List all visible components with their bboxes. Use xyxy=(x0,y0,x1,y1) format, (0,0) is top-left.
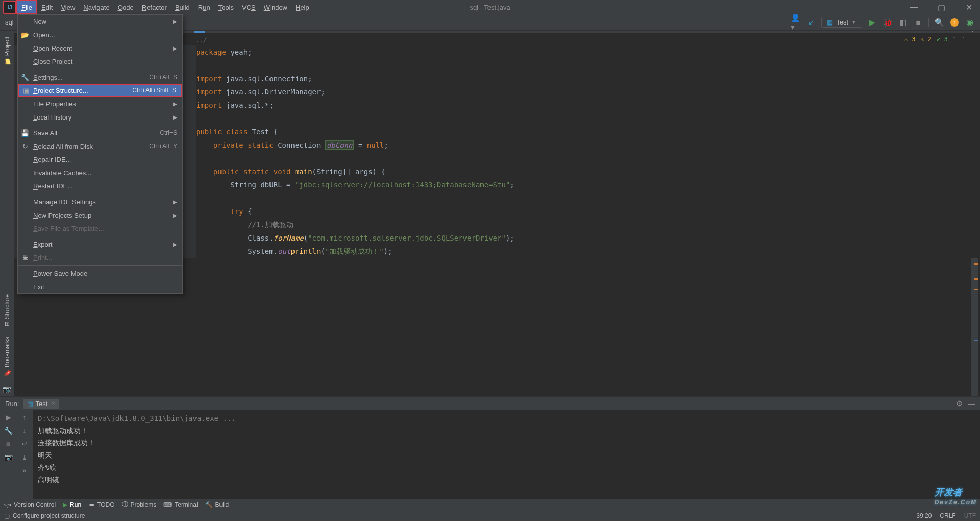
left-tool-stripe: 📁Project ⊞Structure 🔖Bookmarks 📷 xyxy=(0,31,14,396)
more-icon[interactable]: » xyxy=(22,466,27,475)
menu-code[interactable]: Code xyxy=(114,0,138,14)
menu-shortcut: Ctrl+S xyxy=(160,129,177,136)
menu-item-close-project[interactable]: Close Project xyxy=(18,55,182,68)
console-line: 高明镜 xyxy=(38,473,975,486)
menu-item-settings[interactable]: 🔧Settings...Ctrl+Alt+S xyxy=(18,70,182,84)
submenu-arrow-icon: ▶ xyxy=(173,101,177,107)
menu-item-invalidate-caches[interactable]: Invalidate Caches... xyxy=(18,166,182,179)
run-configuration-selector[interactable]: ▦ Test ▼ xyxy=(821,17,862,28)
menu-view[interactable]: View xyxy=(57,0,79,14)
ide-feature-icon[interactable]: ◉ xyxy=(965,17,975,28)
run-tab-button[interactable]: ▶Run xyxy=(63,501,81,508)
menu-item-new[interactable]: New▶ xyxy=(18,15,182,28)
close-button[interactable]: ✕ xyxy=(960,3,978,12)
line-separator[interactable]: CRLF xyxy=(940,512,955,519)
nav-up-icon[interactable]: ˆ xyxy=(953,36,957,43)
stop-icon[interactable]: ■ xyxy=(913,17,923,28)
soft-wrap-icon[interactable]: ↩ xyxy=(21,440,28,448)
debug-button-icon[interactable]: 🐞 xyxy=(883,17,893,28)
menu-label: Save All xyxy=(33,129,57,137)
breadcrumb-root[interactable]: sql xyxy=(5,18,14,26)
wrench-icon[interactable]: 🔧 xyxy=(4,427,13,435)
camera-run-icon[interactable]: 📷 xyxy=(4,453,13,461)
menu-help[interactable]: Help xyxy=(291,0,313,14)
coverage-icon[interactable]: ◧ xyxy=(898,17,908,28)
menu-label: Restart IDE... xyxy=(33,182,73,190)
console-line: 连接数据库成功！ xyxy=(38,437,975,449)
minimize-button[interactable]: — xyxy=(904,3,923,12)
rerun-icon[interactable]: ▶ xyxy=(6,413,11,421)
submenu-arrow-icon: ▶ xyxy=(173,45,177,51)
build-tab[interactable]: 🔨Build xyxy=(205,501,229,508)
menu-item-local-history[interactable]: Local History▶ xyxy=(18,110,182,124)
menu-icon: 📂 xyxy=(21,31,29,39)
bookmarks-tool-tab[interactable]: 🔖Bookmarks xyxy=(4,335,11,379)
nav-down-icon[interactable]: ˇ xyxy=(961,36,965,43)
menu-icon: ↻ xyxy=(21,143,29,150)
menu-refactor[interactable]: Refactor xyxy=(138,0,171,14)
menu-window[interactable]: Window xyxy=(260,0,291,14)
menu-item-repair-ide[interactable]: Repair IDE... xyxy=(18,153,182,166)
todo-tab[interactable]: ≔TODO xyxy=(88,501,114,508)
warnings-count[interactable]: ⚠ 3 xyxy=(904,36,916,43)
menu-build[interactable]: Build xyxy=(171,0,194,14)
menu-run[interactable]: Run xyxy=(194,0,214,14)
menu-label: Exit xyxy=(33,283,44,291)
upload-icon[interactable]: ↑ xyxy=(949,17,960,28)
menu-icon: 💾 xyxy=(21,129,29,137)
user-dropdown-icon[interactable]: 👤▾ xyxy=(791,17,801,28)
menu-tools[interactable]: Tools xyxy=(214,0,238,14)
menu-shortcut: Ctrl+Alt+Y xyxy=(149,143,177,150)
menu-shortcut: Ctrl+Alt+S xyxy=(149,74,177,81)
menu-file[interactable]: File xyxy=(16,0,37,14)
menu-navigate[interactable]: Navigate xyxy=(79,0,113,14)
menu-item-power-save-mode[interactable]: Power Save Mode xyxy=(18,267,182,280)
maximize-button[interactable]: ▢ xyxy=(932,3,950,12)
down-arrow-icon[interactable]: ↓ xyxy=(23,427,27,435)
scroll-end-icon[interactable]: ⤓ xyxy=(21,453,28,461)
problems-tab[interactable]: ⓘProblems xyxy=(122,500,157,509)
hide-icon[interactable]: — xyxy=(968,399,975,408)
checks-count[interactable]: ✔ 3 xyxy=(937,36,948,43)
stop-run-icon[interactable]: ■ xyxy=(6,440,10,448)
menu-item-open[interactable]: 📂Open... xyxy=(18,28,182,41)
menu-item-open-recent[interactable]: Open Recent▶ xyxy=(18,41,182,55)
menu-item-reload-all-from-disk[interactable]: ↻Reload All from DiskCtrl+Alt+Y xyxy=(18,139,182,153)
menu-item-exit[interactable]: Exit xyxy=(18,280,182,293)
search-icon[interactable]: 🔍 xyxy=(934,17,944,28)
menu-bar: File Edit View Navigate Code Refactor Bu… xyxy=(16,0,313,14)
menu-item-manage-ide-settings[interactable]: Manage IDE Settings▶ xyxy=(18,195,182,208)
tool-windows-icon[interactable]: ▢ xyxy=(4,512,10,519)
terminal-tab[interactable]: ⌨Terminal xyxy=(163,501,198,508)
submenu-arrow-icon: ▶ xyxy=(173,199,177,205)
status-bar: ▢ Configure project structure 39:20 CRLF… xyxy=(0,510,980,521)
menu-vcs[interactable]: VCS xyxy=(238,0,260,14)
menu-item-project-structure[interactable]: ▣Project Structure...Ctrl+Alt+Shift+S xyxy=(18,84,182,97)
file-menu-dropdown: New▶📂Open...Open Recent▶Close Project🔧Se… xyxy=(17,14,183,294)
error-stripe[interactable] xyxy=(971,258,978,396)
menu-item-new-projects-setup[interactable]: New Projects Setup▶ xyxy=(18,208,182,222)
menu-item-file-properties[interactable]: File Properties▶ xyxy=(18,97,182,110)
encoding[interactable]: UTF xyxy=(964,512,976,519)
structure-tool-tab[interactable]: ⊞Structure xyxy=(4,292,11,328)
project-tool-tab[interactable]: 📁Project xyxy=(4,35,11,67)
menu-label: Export xyxy=(33,241,53,248)
camera-icon[interactable]: 📷 xyxy=(3,385,11,393)
weak-warnings-count[interactable]: ⚠ 2 xyxy=(920,36,932,43)
menu-edit[interactable]: Edit xyxy=(37,0,57,14)
up-arrow-icon[interactable]: ↑ xyxy=(23,413,27,421)
run-button-icon[interactable]: ▶ xyxy=(867,17,877,28)
version-control-tab[interactable]: ⎇Version Control xyxy=(4,501,56,508)
cursor-position[interactable]: 39:20 xyxy=(916,512,932,519)
submenu-arrow-icon: ▶ xyxy=(173,242,177,247)
vcs-update-icon[interactable]: ↙ xyxy=(806,17,816,28)
run-console[interactable]: D:\Software\Java\jdk1.8.0_311\bin\java.e… xyxy=(33,410,980,499)
run-tab[interactable]: ▦Test× xyxy=(23,399,59,409)
menu-label: Open... xyxy=(33,31,55,39)
menu-item-restart-ide[interactable]: Restart IDE... xyxy=(18,179,182,193)
breadcrumb-text[interactable]: ../ xyxy=(195,36,207,43)
menu-label: Save File as Template... xyxy=(33,225,104,232)
settings-icon[interactable]: ⚙ xyxy=(956,399,963,408)
menu-item-save-all[interactable]: 💾Save AllCtrl+S xyxy=(18,126,182,139)
menu-item-export[interactable]: Export▶ xyxy=(18,238,182,251)
